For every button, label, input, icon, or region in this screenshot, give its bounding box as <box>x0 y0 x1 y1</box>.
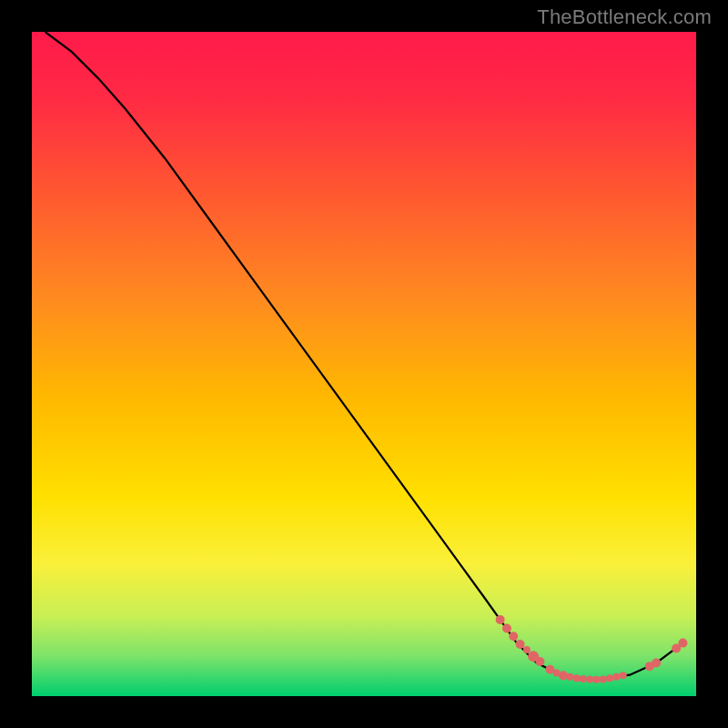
chart-marker <box>559 671 568 680</box>
chart-marker <box>606 674 613 682</box>
chart-marker <box>573 674 581 682</box>
chart-plot-area <box>32 32 696 696</box>
chart-marker <box>580 675 587 682</box>
chart-marker <box>620 672 627 679</box>
chart-marker <box>566 673 573 681</box>
chart-marker <box>593 676 601 683</box>
chart-marker <box>612 673 620 681</box>
chart-svg <box>32 32 696 696</box>
chart-marker <box>600 675 607 682</box>
chart-background-gradient <box>32 32 696 696</box>
chart-marker <box>652 659 661 668</box>
chart-marker <box>586 675 593 682</box>
chart-marker <box>535 657 544 666</box>
chart-marker <box>496 615 505 624</box>
chart-marker <box>509 632 518 641</box>
chart-marker <box>516 640 525 649</box>
watermark-text: TheBottleneck.com <box>537 5 712 29</box>
chart-marker <box>678 639 687 648</box>
chart-marker <box>502 624 511 633</box>
chart-marker <box>523 646 531 653</box>
